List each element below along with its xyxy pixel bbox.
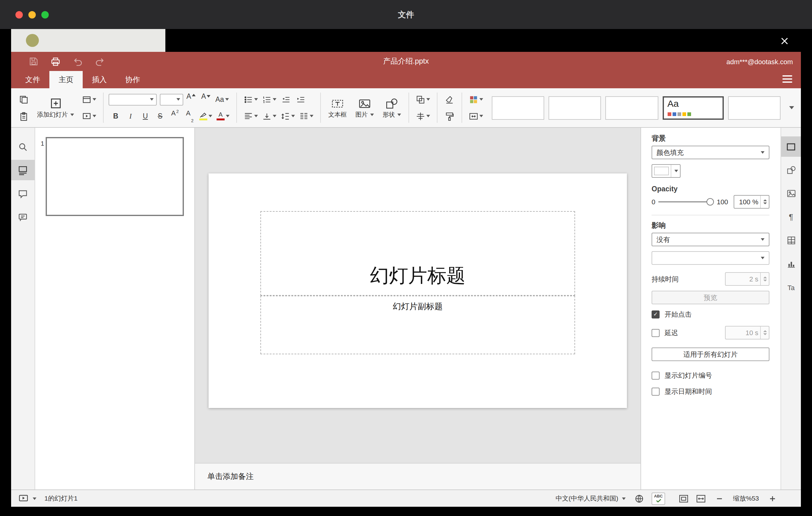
slide-layout-group	[78, 88, 100, 127]
comment-icon	[18, 189, 28, 198]
zoom-in-button[interactable]	[769, 495, 776, 502]
increase-indent-icon[interactable]	[294, 93, 308, 106]
slide-thumbnail[interactable]	[46, 137, 184, 216]
undo-icon[interactable]	[71, 55, 84, 67]
insert-image-button[interactable]: 图片	[351, 88, 378, 127]
theme-option[interactable]	[606, 96, 658, 119]
arrange-shapes-icon[interactable]	[414, 93, 432, 106]
fit-slide-button[interactable]	[679, 493, 689, 503]
decrease-indent-icon[interactable]	[279, 93, 293, 106]
clear-style-icon[interactable]	[442, 93, 457, 106]
superscript-button[interactable]: A2	[168, 109, 182, 123]
tab-home[interactable]: 主页	[49, 71, 83, 88]
start-slideshow-icon[interactable]	[80, 109, 98, 123]
paste-icon[interactable]	[17, 109, 31, 123]
spinner-arrows[interactable]	[760, 196, 769, 208]
theme-option-selected[interactable]: Aa	[662, 96, 723, 119]
line-spacing-icon[interactable]	[279, 109, 297, 123]
insert-shape-button[interactable]: 形状	[378, 88, 405, 127]
background-color-picker[interactable]	[651, 164, 680, 178]
duration-spinner[interactable]: 2 s	[725, 272, 770, 286]
italic-button[interactable]: I	[123, 109, 138, 123]
decrease-font-size-button[interactable]: A	[199, 93, 213, 106]
show-slide-number-checkbox[interactable]	[651, 372, 660, 380]
redo-icon[interactable]	[94, 55, 106, 67]
chevron-down-icon	[150, 98, 154, 101]
tab-collaboration[interactable]: 协作	[116, 71, 149, 88]
theme-option[interactable]	[492, 96, 544, 119]
comments-button[interactable]	[11, 183, 34, 204]
shape-settings-tab[interactable]	[781, 160, 801, 180]
chart-settings-tab[interactable]	[781, 254, 801, 274]
document-language-button[interactable]	[634, 493, 644, 503]
delay-checkbox[interactable]	[651, 329, 660, 337]
theme-option[interactable]	[728, 96, 781, 119]
spellcheck-button[interactable]: ABC	[651, 492, 665, 505]
show-datetime-checkbox[interactable]	[651, 388, 660, 396]
shape-icon	[386, 98, 398, 109]
textart-settings-tab[interactable]: Ta	[781, 277, 801, 297]
copy-icon[interactable]	[17, 93, 31, 106]
delay-spinner[interactable]: 10 s	[725, 326, 770, 340]
zoom-out-button[interactable]	[716, 495, 723, 502]
tab-insert[interactable]: 插入	[83, 71, 116, 88]
fit-width-button[interactable]	[696, 493, 706, 503]
color-scheme-icon[interactable]	[467, 93, 485, 106]
preview-button[interactable]: 预览	[651, 291, 770, 304]
hamburger-menu-icon[interactable]	[782, 75, 792, 83]
increase-font-size-button[interactable]: A	[184, 93, 198, 106]
language-selector[interactable]: 中文(中华人民共和国)	[556, 494, 626, 503]
change-case-button[interactable]: Aa	[213, 93, 231, 106]
start-slideshow-status-button[interactable]	[19, 493, 28, 503]
quick-access-toolbar	[27, 52, 106, 71]
underline-button[interactable]: U	[138, 109, 152, 123]
vertical-align-icon[interactable]	[260, 109, 278, 123]
opacity-slider[interactable]	[658, 198, 714, 205]
slider-knob[interactable]	[706, 198, 714, 205]
chat-button[interactable]	[11, 207, 34, 227]
add-slide-button[interactable]: 添加幻灯片	[33, 88, 78, 127]
highlight-color-button[interactable]	[198, 109, 214, 123]
horizontal-align-icon[interactable]	[242, 109, 260, 123]
numbered-list-icon[interactable]	[260, 93, 278, 106]
font-color-button[interactable]: A	[215, 109, 231, 123]
spinner-arrows[interactable]	[760, 326, 769, 339]
opacity-spinner[interactable]: 100 %	[734, 195, 770, 209]
print-icon[interactable]	[49, 55, 62, 67]
image-settings-tab[interactable]	[781, 183, 801, 204]
insert-textbox-button[interactable]: 文本框	[324, 88, 351, 127]
slides-panel-button[interactable]	[11, 160, 34, 180]
slide-surface[interactable]: 幻灯片标题 幻灯片副标题	[208, 173, 627, 408]
copy-style-icon[interactable]	[442, 109, 457, 123]
effect-select[interactable]: 没有	[651, 233, 770, 246]
zoom-level[interactable]: 缩放%53	[728, 494, 764, 503]
theme-gallery-expand-button[interactable]	[785, 88, 797, 127]
spinner-arrows[interactable]	[760, 273, 769, 285]
slide-size-icon[interactable]	[467, 109, 485, 123]
bold-button[interactable]: B	[109, 109, 123, 123]
theme-option[interactable]	[549, 96, 601, 119]
notes-area[interactable]: 单击添加备注	[195, 463, 640, 489]
columns-icon[interactable]	[297, 109, 315, 123]
slide-canvas[interactable]: 幻灯片标题 幻灯片副标题	[195, 128, 640, 463]
effect-type-select[interactable]	[651, 251, 770, 265]
tab-file[interactable]: 文件	[16, 71, 49, 88]
font-size-combo[interactable]	[160, 93, 183, 105]
start-on-click-checkbox[interactable]: ✓	[651, 311, 660, 318]
close-icon[interactable]	[778, 34, 790, 47]
slide-settings-tab[interactable]	[781, 136, 801, 157]
background-fill-select[interactable]: 颜色填充	[651, 146, 770, 159]
font-name-combo[interactable]	[109, 93, 157, 105]
search-button[interactable]	[11, 136, 34, 157]
table-settings-tab[interactable]	[781, 230, 801, 251]
subscript-button[interactable]: A2	[183, 109, 197, 123]
apply-to-all-slides-button[interactable]: 适用于所有幻灯片	[651, 347, 770, 361]
align-shapes-icon[interactable]	[414, 109, 432, 123]
strikethrough-button[interactable]: S	[153, 109, 167, 123]
slide-title-placeholder[interactable]: 幻灯片标题	[260, 211, 575, 296]
save-icon[interactable]	[27, 55, 39, 67]
slide-layout-icon[interactable]	[80, 93, 98, 106]
bullet-list-icon[interactable]	[242, 93, 260, 106]
slide-subtitle-placeholder[interactable]: 幻灯片副标题	[260, 296, 575, 354]
paragraph-settings-tab[interactable]: ¶	[781, 207, 801, 227]
